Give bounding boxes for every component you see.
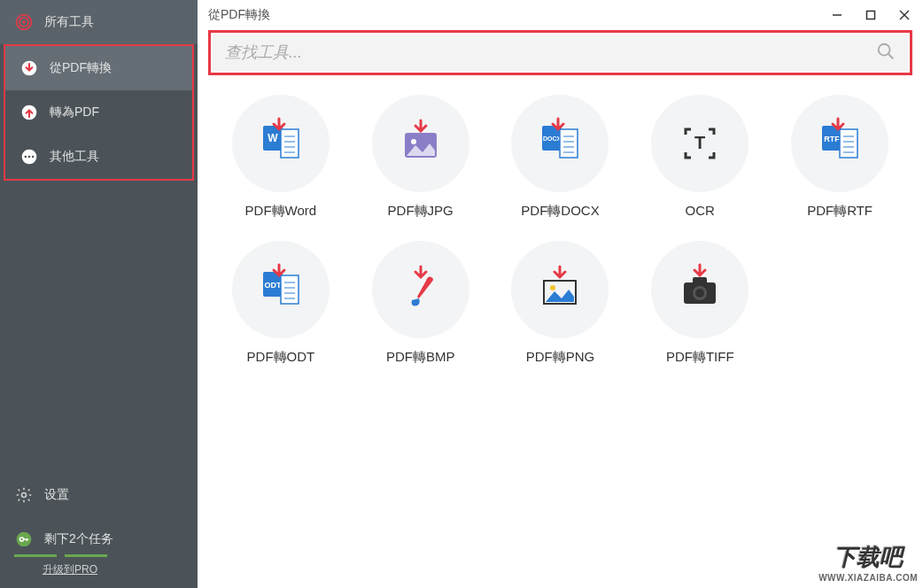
svg-point-54 <box>695 289 704 298</box>
minimize-button[interactable] <box>829 7 845 23</box>
tool-label: PDF轉ODT <box>247 349 315 366</box>
svg-point-7 <box>28 156 31 159</box>
tool-pdf-to-png[interactable]: PDF轉PNG <box>495 241 626 366</box>
tool-label: PDF轉Word <box>245 203 317 220</box>
tool-pdf-to-word[interactable]: W PDF轉Word <box>215 95 346 220</box>
svg-text:W: W <box>268 132 278 144</box>
sidebar-item-label: 轉為PDF <box>50 104 99 120</box>
titlebar: 從PDF轉換 <box>198 0 923 30</box>
sidebar-item-other-tools[interactable]: 其他工具 <box>5 135 192 179</box>
svg-point-6 <box>25 156 27 159</box>
tool-label: PDF轉PNG <box>526 349 595 366</box>
settings-label: 设置 <box>44 487 69 503</box>
tool-label: OCR <box>686 203 715 218</box>
window-title: 從PDF轉換 <box>208 7 270 23</box>
svg-point-16 <box>879 44 890 56</box>
svg-point-50 <box>550 285 555 290</box>
tool-pdf-to-rtf[interactable]: RTF PDF轉RTF <box>774 95 905 220</box>
tool-label: PDF轉JPG <box>388 203 454 220</box>
svg-rect-37 <box>840 129 857 158</box>
tool-pdf-to-bmp[interactable]: PDF轉BMP <box>355 241 486 366</box>
docx-doc-icon: DOCX <box>533 117 586 170</box>
tool-pdf-to-docx[interactable]: DOCX PDF轉DOCX <box>495 95 626 220</box>
svg-text:T: T <box>694 133 705 152</box>
sidebar-item-to-pdf[interactable]: 轉為PDF <box>5 90 192 135</box>
tool-label: PDF轉TIFF <box>666 349 734 366</box>
tool-label: PDF轉RTF <box>807 203 873 220</box>
watermark-url: WWW.XIAZAIBA.COM <box>818 573 918 583</box>
sidebar-item-tasks[interactable]: 剩下2个任务 <box>0 517 198 554</box>
maximize-button[interactable] <box>863 7 879 23</box>
watermark-text: 下载吧 <box>818 542 918 573</box>
picture-icon <box>533 263 586 316</box>
sidebar-item-from-pdf[interactable]: 從PDF轉換 <box>5 46 192 90</box>
sidebar-item-all-tools[interactable]: 所有工具 <box>0 0 198 44</box>
sidebar-highlight-box: 從PDF轉換 轉為PDF 其他工具 <box>4 44 194 181</box>
rtf-doc-icon: RTF <box>813 117 866 170</box>
tool-label: PDF轉DOCX <box>521 203 599 220</box>
tool-pdf-to-jpg[interactable]: PDF轉JPG <box>355 95 486 220</box>
svg-rect-52 <box>693 277 707 284</box>
tool-pdf-to-tiff[interactable]: PDF轉TIFF <box>634 241 765 366</box>
svg-point-8 <box>32 156 35 159</box>
sidebar-item-settings[interactable]: 设置 <box>0 473 198 517</box>
sidebar-item-label: 其他工具 <box>50 149 99 165</box>
svg-point-9 <box>22 493 27 498</box>
svg-rect-13 <box>867 12 875 19</box>
tool-ocr[interactable]: T OCR <box>634 95 765 220</box>
upgrade-pro-link[interactable]: 升级到PRO <box>0 557 198 581</box>
camera-icon <box>673 263 726 316</box>
brush-icon <box>394 263 447 316</box>
svg-line-17 <box>888 54 894 59</box>
tool-pdf-to-odt[interactable]: ODT PDF轉ODT <box>215 241 346 366</box>
search-highlight-box <box>208 30 912 75</box>
key-circle-icon <box>14 530 34 549</box>
svg-text:DOCX: DOCX <box>543 135 562 142</box>
odt-doc-icon: ODT <box>254 263 307 316</box>
arrow-down-circle-icon <box>19 58 39 78</box>
sidebar-item-label: 從PDF轉換 <box>50 60 112 76</box>
close-button[interactable] <box>896 7 912 23</box>
svg-rect-44 <box>281 275 299 304</box>
tool-label: PDF轉BMP <box>386 349 455 366</box>
sidebar: 所有工具 從PDF轉換 轉為PDF <box>0 0 198 588</box>
sidebar-item-label: 所有工具 <box>44 14 94 30</box>
ocr-icon: T <box>673 117 726 170</box>
svg-rect-20 <box>281 129 299 158</box>
svg-rect-29 <box>560 129 578 158</box>
svg-point-26 <box>411 139 416 144</box>
search-input[interactable] <box>225 43 876 62</box>
svg-text:ODT: ODT <box>264 281 282 290</box>
tasks-progress-bar <box>14 554 183 557</box>
svg-point-2 <box>22 20 25 23</box>
tools-grid: W PDF轉Word PDF轉JPG <box>198 86 923 375</box>
svg-text:RTF: RTF <box>824 135 840 143</box>
spiral-icon <box>14 12 34 32</box>
arrow-up-circle-icon <box>19 103 39 122</box>
image-icon <box>394 117 447 170</box>
tasks-label: 剩下2个任务 <box>44 531 113 547</box>
ellipsis-circle-icon <box>19 147 39 166</box>
watermark: 下载吧 WWW.XIAZAIBA.COM <box>818 542 918 583</box>
search-icon[interactable] <box>876 42 896 64</box>
gear-icon <box>14 485 34 505</box>
main-panel: 從PDF轉換 W <box>198 0 923 588</box>
word-doc-icon: W <box>254 117 307 170</box>
